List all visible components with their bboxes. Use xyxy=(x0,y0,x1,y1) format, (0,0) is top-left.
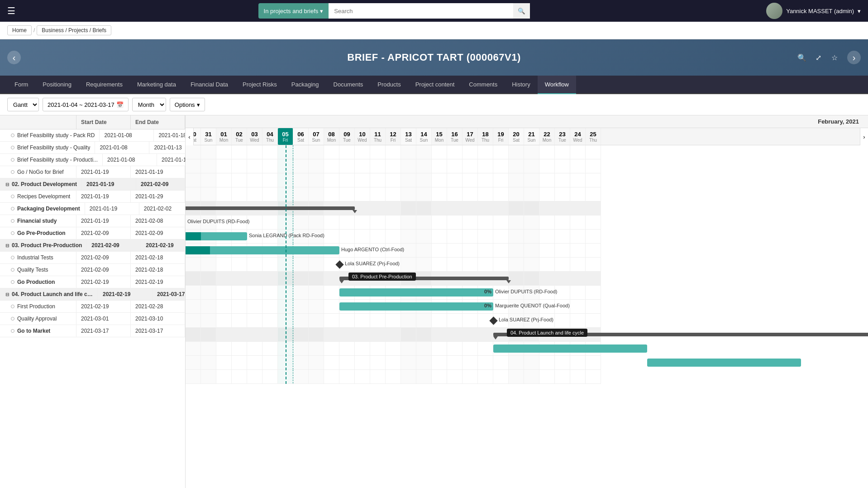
tab-form[interactable]: Form xyxy=(7,76,35,94)
gantt-day-cell: 13Sat xyxy=(401,128,416,145)
gantt-cell xyxy=(216,356,232,369)
task-row[interactable]: Go / NoGo for Brief2021-01-192021-01-19 xyxy=(0,166,185,178)
gantt-cell xyxy=(478,187,493,201)
tab-comments[interactable]: Comments xyxy=(462,76,505,94)
gantt-task-bar[interactable] xyxy=(647,359,801,367)
task-row[interactable]: Packaging Development2021-01-192021-02-0… xyxy=(0,203,185,215)
task-end-date: 2021-02-09 xyxy=(136,178,186,190)
gantt-cell xyxy=(416,356,432,369)
breadcrumb-home[interactable]: Home xyxy=(7,25,32,35)
search-submit-button[interactable]: 🔍 xyxy=(513,3,530,19)
hero-next-button[interactable]: › xyxy=(847,51,861,64)
gantt-cell xyxy=(293,370,309,383)
tab-documents[interactable]: Documents xyxy=(326,76,371,94)
tab-project-content[interactable]: Project content xyxy=(408,76,462,94)
gantt-cell xyxy=(586,173,601,187)
tab-marketing-data[interactable]: Marketing data xyxy=(130,76,183,94)
gantt-cell xyxy=(416,201,432,215)
gantt-cell xyxy=(509,258,524,271)
gantt-cell xyxy=(309,244,324,257)
search-box: In projects and briefs ▾ 🔍 xyxy=(258,3,530,19)
gantt-cell xyxy=(186,272,201,285)
task-row[interactable]: Brief Feasibility study - Producti...202… xyxy=(0,154,185,166)
breadcrumb-business[interactable]: Business / Projects / Briefs xyxy=(37,25,111,35)
tab-products[interactable]: Products xyxy=(370,76,408,94)
gantt-cell xyxy=(509,300,524,313)
gantt-scroll-left[interactable]: ‹ xyxy=(186,128,194,145)
task-row[interactable]: Industrial Tests2021-02-092021-02-18 xyxy=(0,252,185,264)
gantt-cell xyxy=(216,286,232,299)
gantt-day-cell: 08Mon xyxy=(324,128,339,145)
group-collapse-icon[interactable]: ⊟ xyxy=(5,243,9,248)
task-row[interactable]: Brief Feasibility study - Pack RD2021-01… xyxy=(0,129,185,142)
task-row[interactable]: Go Production2021-02-192021-02-19 xyxy=(0,276,185,288)
group-collapse-icon[interactable]: ⊟ xyxy=(5,292,9,297)
hero-prev-button[interactable]: ‹ xyxy=(7,51,21,64)
date-range-calendar-icon: 📅 xyxy=(116,101,124,108)
gantt-cell xyxy=(432,370,447,383)
period-select[interactable]: Month Week Day xyxy=(132,98,166,111)
gantt-cell xyxy=(339,244,355,257)
menu-icon[interactable]: ☰ xyxy=(7,5,22,16)
gantt-day-cell: 04Thu xyxy=(262,128,278,145)
resize-icon[interactable]: ⤢ xyxy=(812,51,825,64)
tab-project-risks[interactable]: Project Risks xyxy=(235,76,284,94)
tab-requirements[interactable]: Requirements xyxy=(79,76,130,94)
task-name-cell: Recipes Development xyxy=(0,191,76,202)
task-start-date: 2021-02-19 xyxy=(76,301,131,312)
gantt-cell xyxy=(339,272,355,285)
task-row[interactable]: Quality Approval2021-03-012021-03-10 xyxy=(0,313,185,325)
task-row[interactable]: Go Pre-Production2021-02-092021-02-09 xyxy=(0,227,185,239)
tab-financial-data[interactable]: Financial Data xyxy=(183,76,235,94)
task-row[interactable]: ⊟ 04. Product Launch and life cycle2021-… xyxy=(0,288,185,301)
gantt-day-name: Mon xyxy=(219,138,228,143)
task-name-label: Brief Feasibility study - Quality xyxy=(17,144,90,151)
gantt-day-cell: 12Fri xyxy=(386,128,401,145)
view-type-select[interactable]: Gantt xyxy=(7,98,39,111)
gantt-scroll-right[interactable]: › xyxy=(860,128,868,145)
tab-positioning[interactable]: Positioning xyxy=(35,76,79,94)
task-end-date: 2021-02-19 xyxy=(141,239,186,251)
gantt-cell xyxy=(262,272,278,285)
gantt-cell xyxy=(186,201,201,215)
task-end-date: 2021-01-18 xyxy=(154,129,186,141)
date-range-button[interactable]: 2021-01-04 ~ 2021-03-17 📅 xyxy=(43,98,129,111)
gantt-cell xyxy=(262,258,278,271)
zoom-icon[interactable]: 🔍 xyxy=(796,51,808,64)
task-row[interactable]: Financial study2021-01-192021-02-08 xyxy=(0,215,185,227)
options-button[interactable]: Options ▾ xyxy=(170,98,205,111)
gantt-day-cell: 07Sun xyxy=(309,128,324,145)
gantt-month-label: February, 2021 xyxy=(186,115,868,128)
task-row[interactable]: ⊟ 02. Product Development2021-01-192021-… xyxy=(0,178,185,191)
task-row[interactable]: Go to Market2021-03-172021-03-17 xyxy=(0,325,185,337)
tab-packaging[interactable]: Packaging xyxy=(284,76,326,94)
gantt-cell xyxy=(216,244,232,257)
gantt-cell xyxy=(401,272,416,285)
gantt-cell xyxy=(324,342,339,355)
gantt-cell xyxy=(201,187,216,201)
group-collapse-icon[interactable]: ⊟ xyxy=(5,182,9,187)
gantt-cell xyxy=(463,286,478,299)
task-row[interactable]: First Production2021-02-192021-02-28 xyxy=(0,301,185,313)
star-icon[interactable]: ☆ xyxy=(828,51,841,64)
tab-workflow[interactable]: Workflow xyxy=(538,76,576,94)
task-row[interactable]: ⊟ 03. Product Pre-Production2021-02-0920… xyxy=(0,239,185,252)
gantt-cell xyxy=(570,356,586,369)
gantt-cell xyxy=(463,356,478,369)
gantt-cell xyxy=(262,244,278,257)
task-row[interactable]: Recipes Development2021-01-192021-01-29 xyxy=(0,191,185,203)
gantt-cell xyxy=(216,314,232,327)
user-dropdown-icon[interactable]: ▾ xyxy=(858,8,861,14)
toolbar: Gantt 2021-01-04 ~ 2021-03-17 📅 Month We… xyxy=(0,94,868,115)
search-input[interactable] xyxy=(329,3,513,19)
gantt-cell xyxy=(586,328,601,341)
gantt-cell xyxy=(432,328,447,341)
task-row[interactable]: Quality Tests2021-02-092021-02-18 xyxy=(0,264,185,276)
gantt-cell xyxy=(509,159,524,173)
tab-history[interactable]: History xyxy=(505,76,537,94)
search-filter-button[interactable]: In projects and briefs ▾ xyxy=(258,3,329,19)
user-name: Yannick MASSET (admin) xyxy=(786,8,854,14)
task-name-cell: ⊟ 04. Product Launch and life cycle xyxy=(0,288,98,300)
gantt-cell xyxy=(432,201,447,215)
task-row[interactable]: Brief Feasibility study - Quality2021-01… xyxy=(0,142,185,154)
